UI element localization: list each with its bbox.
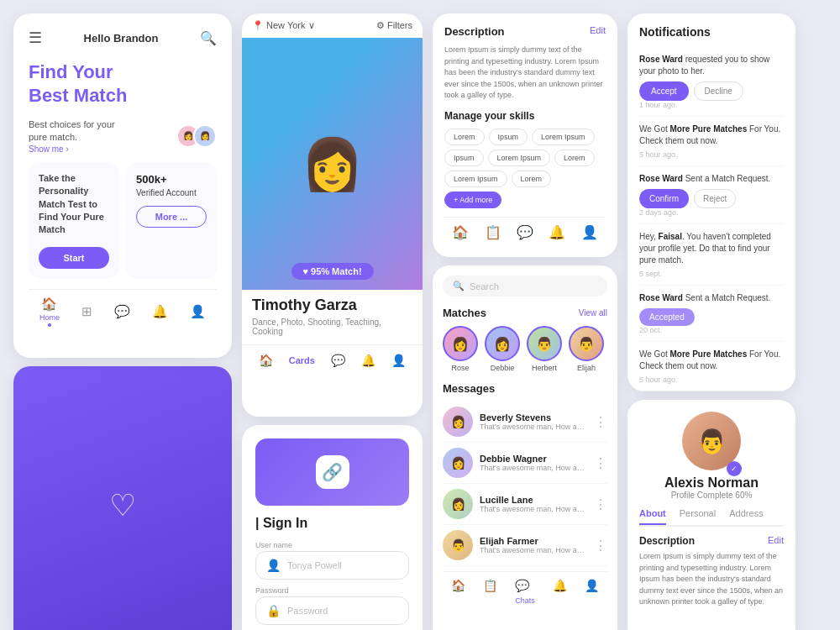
desc-nav-notif[interactable]: 🔔 xyxy=(549,224,565,240)
msg-elijah[interactable]: 👨 Elijah Farmer That's awesome man, How … xyxy=(443,525,607,566)
show-me-link[interactable]: Show me › xyxy=(29,144,115,154)
skill-lorem-ipsum[interactable]: Lorem Ipsum xyxy=(532,129,595,145)
more-button[interactable]: More ... xyxy=(136,206,207,228)
personality-card: Take the Personality Match Test to Find … xyxy=(29,162,119,279)
desc-nav-home[interactable]: 🏠 xyxy=(452,224,469,240)
msg-more-icon[interactable]: ⋮ xyxy=(594,414,607,430)
matches-bottom-nav: 🏠 📋 💬Chats 🔔 👤 xyxy=(443,571,607,606)
skill-ipsum[interactable]: Ipsum xyxy=(489,129,528,145)
notifications-screen: Notifications Rose Ward requested you to… xyxy=(627,13,795,391)
desc-nav-profile[interactable]: 👤 xyxy=(581,224,598,240)
tab-personal[interactable]: Personal xyxy=(680,508,716,525)
nav-chat[interactable]: 💬 xyxy=(114,304,130,319)
skill-lorem2[interactable]: Lorem xyxy=(554,150,595,166)
location-text: 📍 New York ∨ xyxy=(252,20,315,31)
match-debbie-avatar: 👩 xyxy=(485,326,520,361)
purple-screen: ♡ xyxy=(13,366,232,630)
view-all-link[interactable]: View all xyxy=(579,308,607,318)
hello-screen: ☰ Hello Brandon 🔍 Find Your Best Match B… xyxy=(13,13,232,358)
tab-address[interactable]: Address xyxy=(729,508,763,525)
bottom-navigation: 🏠 Home ⊞ 💬 🔔 👤 xyxy=(29,289,217,327)
match-badge: ♥ 95% Match! xyxy=(291,263,373,280)
msg-beverly-name: Beverly Stevens xyxy=(480,412,587,423)
password-field[interactable]: 🔒 Password xyxy=(255,596,409,625)
msg-elijah-preview: That's awesome man, How about a date xyxy=(480,546,587,554)
main-canvas: ☰ Hello Brandon 🔍 Find Your Best Match B… xyxy=(0,0,840,630)
desc-header: Description Edit xyxy=(444,25,606,38)
nav-notifications[interactable]: 🔔 xyxy=(152,304,168,319)
matches-nav-chats[interactable]: 💬Chats xyxy=(515,579,535,606)
username-value: Tonya Powell xyxy=(287,560,398,570)
search-placeholder: Search xyxy=(470,281,499,291)
msg-debbie-content: Debbie Wagner That's awesome man, How ab… xyxy=(480,454,587,472)
profile-name: Timothy Garza xyxy=(242,290,423,318)
best-choices-text: Best choices for yourpure match. xyxy=(29,118,115,144)
decline-button[interactable]: Decline xyxy=(694,81,743,101)
prof-nav-avatar[interactable]: 👤 xyxy=(391,354,406,367)
match-herbert[interactable]: 👨 Herbert xyxy=(527,326,562,372)
matches-title: Matches xyxy=(443,307,486,319)
user-icon: 👤 xyxy=(266,559,281,572)
msg-beverly[interactable]: 👩 Beverly Stevens That's awesome man, Ho… xyxy=(443,402,607,443)
match-elijah[interactable]: 👨 Elijah xyxy=(569,326,604,372)
tab-about[interactable]: About xyxy=(639,508,666,525)
match-rose[interactable]: 👩 Rose xyxy=(443,326,478,372)
skill-lorem[interactable]: Lorem xyxy=(444,129,485,145)
profile-card-badge: ✓ xyxy=(727,461,742,476)
matches-nav-profile[interactable]: 👤 xyxy=(585,579,599,606)
msg-lucille-content: Lucille Lane That's awesome man, How abo… xyxy=(480,495,587,513)
msg-lucille[interactable]: 👩 Lucille Lane That's awesome man, How a… xyxy=(443,484,607,525)
notif-time-6: 5 hour ago. xyxy=(639,375,784,384)
desc-nav-chat[interactable]: 💬 xyxy=(517,224,533,240)
heading-accent: Match xyxy=(74,85,128,106)
profile-edit-link[interactable]: Edit xyxy=(768,535,784,547)
search-bar[interactable]: 🔍 Search xyxy=(443,276,607,297)
search-icon[interactable]: 🔍 xyxy=(200,30,217,46)
msg-beverly-content: Beverly Stevens That's awesome man, How … xyxy=(480,412,587,431)
verified-count: 500k+ xyxy=(136,172,207,187)
msg-lucille-avatar: 👩 xyxy=(443,489,473,519)
msg-debbie-more[interactable]: ⋮ xyxy=(594,455,607,471)
confirm-button[interactable]: Confirm xyxy=(639,189,689,208)
skill-lorem-ipsum2[interactable]: Lorem Ipsum xyxy=(488,150,551,166)
accepted-button[interactable]: Accepted xyxy=(639,308,695,326)
matches-nav-cards[interactable]: 📋 xyxy=(483,579,497,606)
skill-lorem3[interactable]: Lorem xyxy=(512,171,552,187)
msg-debbie[interactable]: 👩 Debbie Wagner That's awesome man, How … xyxy=(443,443,607,484)
matches-nav-notif[interactable]: 🔔 xyxy=(553,579,567,606)
edit-link[interactable]: Edit xyxy=(590,25,606,38)
accept-button[interactable]: Accept xyxy=(639,81,689,101)
skill-lorem-ipsum3[interactable]: Lorem Ipsum xyxy=(444,171,507,187)
prof-nav-chat[interactable]: 💬 xyxy=(331,354,345,367)
prof-nav-home[interactable]: 🏠 xyxy=(259,354,273,367)
desc-nav-cards[interactable]: 📋 xyxy=(485,224,501,240)
match-debbie[interactable]: 👩 Debbie xyxy=(485,326,520,372)
notif-item-6: We Got More Pure Matches For You. Check … xyxy=(639,342,784,391)
nav-profile[interactable]: 👤 xyxy=(190,304,206,319)
menu-icon[interactable]: ☰ xyxy=(29,29,42,47)
heading-line1: Find Your xyxy=(29,61,113,82)
notif-actions-1: Accept Decline xyxy=(639,81,784,101)
username-field[interactable]: 👤 Tonya Powell xyxy=(255,551,409,580)
notif-item-2: We Got More Pure Matches For You. Check … xyxy=(639,117,784,166)
matches-nav-home[interactable]: 🏠 xyxy=(451,579,465,606)
nav-cards[interactable]: ⊞ xyxy=(81,304,92,319)
notif-item-3: Rose Ward Sent a Match Request. Confirm … xyxy=(639,166,784,224)
prof-nav-notif[interactable]: 🔔 xyxy=(361,354,375,367)
filters-text[interactable]: ⚙ Filters xyxy=(376,20,412,31)
start-button[interactable]: Start xyxy=(39,247,109,269)
nav-home[interactable]: 🏠 Home xyxy=(39,297,60,327)
prof-nav-cards[interactable]: Cards xyxy=(289,355,315,365)
skill-ipsum2[interactable]: Ipsum xyxy=(444,150,484,166)
msg-elijah-more[interactable]: ⋮ xyxy=(594,538,607,554)
verified-text: Verified Account xyxy=(136,187,207,199)
msg-lucille-more[interactable]: ⋮ xyxy=(594,496,607,512)
msg-elijah-content: Elijah Farmer That's awesome man, How ab… xyxy=(480,536,587,554)
add-more-button[interactable]: + Add more xyxy=(444,192,501,208)
skills-grid: Lorem Ipsum Lorem Ipsum Ipsum Lorem Ipsu… xyxy=(444,129,606,208)
column-4: Notifications Rose Ward requested you to… xyxy=(627,13,795,630)
match-elijah-avatar: 👨 xyxy=(569,326,604,361)
username-label: User name xyxy=(255,541,409,549)
reject-button[interactable]: Reject xyxy=(694,189,736,208)
feature-cards: Take the Personality Match Test to Find … xyxy=(29,162,217,279)
